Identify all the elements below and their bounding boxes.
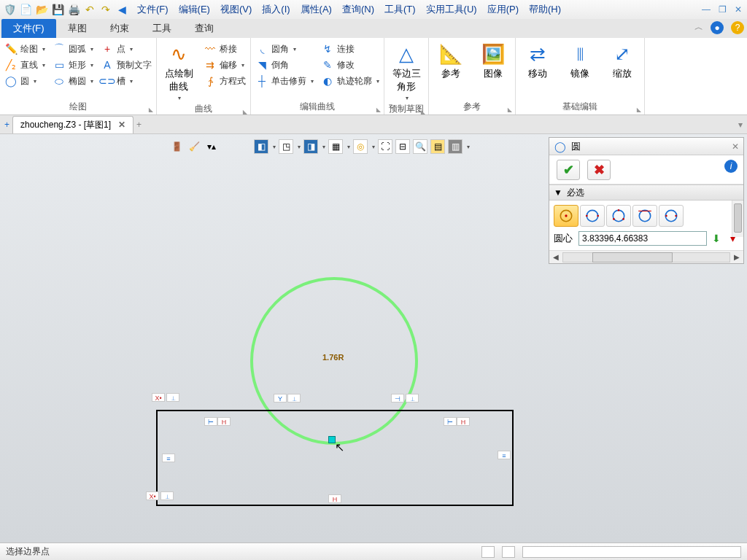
menu-attr[interactable]: 属性(A) <box>298 1 335 18</box>
menu-app[interactable]: 应用(P) <box>484 1 522 18</box>
print-icon[interactable]: 🖨️ <box>67 3 80 16</box>
ribbon-tabs: 文件(F) 草图 约束 工具 查询 ︿ ● ? <box>0 19 747 38</box>
svg-point-2 <box>587 210 597 221</box>
menu-insert[interactable]: 插入(I) <box>259 1 293 18</box>
btn-scale[interactable]: ⤢缩放 <box>605 39 640 80</box>
redo-icon[interactable]: ↷ <box>99 3 112 16</box>
btn-offset[interactable]: ⇉偏移▾ <box>204 58 246 71</box>
save-icon[interactable]: 💾 <box>51 3 64 16</box>
app-icon: 🛡️ <box>3 3 16 16</box>
wire-icon[interactable]: ◳ <box>279 139 293 154</box>
btn-slot[interactable]: ⊂⊃槽▾ <box>101 74 152 88</box>
zoom-icon[interactable]: 🔍 <box>413 139 427 154</box>
style-icon[interactable]: ● <box>711 21 724 34</box>
tab-sketch[interactable]: 草图 <box>56 19 98 38</box>
menu-file[interactable]: 文件(F) <box>134 1 171 18</box>
collapse-ribbon-icon[interactable]: ︿ <box>694 21 703 34</box>
btn-rect[interactable]: ▭矩形▾ <box>53 58 93 71</box>
filter-icon[interactable]: ▾▴ <box>204 139 219 154</box>
view-icon[interactable]: ◨ <box>303 139 318 154</box>
btn-move[interactable]: ⇄移动 <box>520 39 555 80</box>
btn-point[interactable]: +点▾ <box>101 42 152 55</box>
menu-query[interactable]: 查询(N) <box>339 1 377 18</box>
doc-close-icon[interactable]: ✕ <box>118 120 125 130</box>
minimize-icon[interactable]: — <box>700 4 712 15</box>
panel-hscroll[interactable]: ◀▶ <box>549 250 743 263</box>
help-icon[interactable]: ? <box>731 21 744 34</box>
btn-mirror[interactable]: ⦀镜像 <box>562 39 597 80</box>
align-icon[interactable]: ⊟ <box>395 139 410 154</box>
new-icon[interactable]: 📄 <box>19 3 32 16</box>
btn-circle[interactable]: ◯圆▾ <box>4 74 45 88</box>
doc-title: zhoucheng.Z3 - [草图1] <box>20 119 111 131</box>
cancel-button[interactable]: ✖ <box>587 160 611 180</box>
tab-file[interactable]: 文件(F) <box>1 19 56 38</box>
circle-type-center[interactable] <box>554 205 578 227</box>
menu-left-icon[interactable]: ◀ <box>115 3 128 16</box>
svg-point-6 <box>618 209 620 211</box>
circle-type-tan2[interactable] <box>659 205 684 227</box>
btn-equation[interactable]: ∱方程式 <box>204 74 246 88</box>
btn-image[interactable]: 🖼️图像 <box>476 39 511 80</box>
marker-v3: ⊣ <box>391 394 404 402</box>
marker-h2: ⊢ <box>204 417 217 426</box>
btn-trim[interactable]: ┼单击修剪▾ <box>255 74 314 88</box>
btn-connect[interactable]: ↯连接 <box>321 42 379 55</box>
tab-constraint[interactable]: 约束 <box>98 19 141 38</box>
btn-fillet[interactable]: ◟圆角▾ <box>255 42 314 55</box>
btn-ellipse[interactable]: ⬭椭圆▾ <box>53 74 93 88</box>
target-icon[interactable]: ◎ <box>353 139 368 154</box>
properties-panel: ◯ 圆 ✕ ✔ ✖ i ▼必选 圆心 ⬇ ▾ <box>549 137 744 264</box>
display-icon[interactable]: ▥ <box>448 139 462 154</box>
status-icon-2[interactable] <box>502 546 515 558</box>
menu-view[interactable]: 视图(V) <box>217 1 255 18</box>
circle-type-tan[interactable] <box>632 205 657 227</box>
group-presketch-label: 预制草图 <box>389 101 424 117</box>
ok-button[interactable]: ✔ <box>557 160 580 180</box>
btn-spline[interactable]: ∿ 点绘制曲线▾ <box>161 39 196 101</box>
circle-type-2pt[interactable] <box>580 205 605 227</box>
apply-icon[interactable]: ⬇ <box>710 232 723 245</box>
tab-tools[interactable]: 工具 <box>141 19 183 38</box>
grid-icon[interactable]: ▦ <box>328 139 343 154</box>
eraser-icon[interactable]: 🧹 <box>187 139 201 154</box>
radius-label: 1.76R <box>322 353 344 362</box>
undo-icon[interactable]: ↶ <box>83 3 96 16</box>
close-icon[interactable]: ✕ <box>732 4 744 15</box>
btn-chamfer[interactable]: ◥倒角 <box>255 58 314 71</box>
menu-util[interactable]: 实用工具(U) <box>423 1 480 18</box>
fit-icon[interactable]: ⛶ <box>378 139 392 154</box>
btn-trace[interactable]: ◐轨迹轮廓▾ <box>321 74 379 88</box>
btn-bridge[interactable]: 〰桥接 <box>204 42 246 55</box>
section-required[interactable]: ▼必选 <box>549 184 743 201</box>
btn-line[interactable]: ╱₂直线▾ <box>4 58 45 71</box>
status-field[interactable] <box>522 546 741 558</box>
btn-triangle[interactable]: △ 等边三角形▾ <box>389 39 424 101</box>
info-icon[interactable]: i <box>724 160 738 173</box>
status-icon-1[interactable] <box>481 546 495 558</box>
menu-tools[interactable]: 工具(T) <box>382 1 419 18</box>
menu-help[interactable]: 帮助(H) <box>526 1 564 18</box>
panel-close-icon[interactable]: ✕ <box>732 141 739 152</box>
btn-reference[interactable]: 📐参考 <box>433 39 468 80</box>
btn-pretext[interactable]: A预制文字 <box>101 58 152 71</box>
exit-icon[interactable]: 🚪 <box>169 139 184 154</box>
btn-draw[interactable]: ✏️绘图▾ <box>4 42 45 55</box>
panel-vscroll[interactable] <box>732 201 743 237</box>
center-input[interactable] <box>578 231 707 246</box>
doc-tab[interactable]: zhoucheng.Z3 - [草图1] ✕ <box>12 116 133 133</box>
shade-icon[interactable]: ◧ <box>254 139 268 154</box>
restore-icon[interactable]: ❐ <box>716 4 728 15</box>
status-bar: 选择边界点 <box>0 542 747 560</box>
doc-menu-icon[interactable]: ▾ <box>738 120 743 130</box>
marker-h1: ⟂ <box>166 393 179 402</box>
marker-v1: Y <box>274 394 287 402</box>
open-icon[interactable]: 📂 <box>35 3 48 16</box>
btn-modify[interactable]: ✎修改 <box>321 58 379 71</box>
layer-icon[interactable]: ▤ <box>430 139 445 154</box>
circle-type-3pt[interactable] <box>606 205 631 227</box>
canvas-area[interactable]: 🚪 🧹 ▾▴ ◧▾ ◳▾ ◨▾ ▦▾ ◎▾ ⛶ ⊟ 🔍 ▤ ▥▾ 1.76R X… <box>0 134 747 542</box>
tab-query[interactable]: 查询 <box>183 19 225 38</box>
btn-arc[interactable]: ⌒圆弧▾ <box>53 42 93 55</box>
menu-edit[interactable]: 编辑(E) <box>176 1 213 18</box>
